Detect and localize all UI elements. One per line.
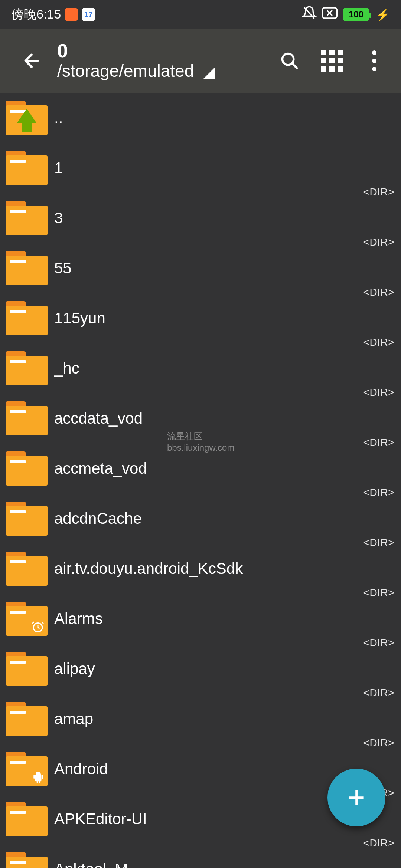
folder-icon <box>6 752 48 786</box>
list-item[interactable]: .. <box>0 93 401 143</box>
list-item[interactable]: alipay<DIR> <box>0 644 401 694</box>
folder-icon <box>6 652 48 686</box>
list-item[interactable]: 55<DIR> <box>0 243 401 293</box>
status-app-icon-1 <box>65 8 78 21</box>
close-box-icon <box>322 7 338 22</box>
item-name: Alarms <box>48 610 394 628</box>
folder-icon <box>6 251 48 285</box>
add-fab[interactable]: + <box>327 769 385 826</box>
back-button[interactable] <box>15 44 48 78</box>
list-item[interactable]: air.tv.douyu.android_KcSdk<DIR> <box>0 543 401 594</box>
list-item[interactable]: 3<DIR> <box>0 193 401 243</box>
folder-icon <box>6 401 48 435</box>
status-left: 傍晚6:15 17 <box>11 6 95 23</box>
item-name: accdata_vod <box>48 410 394 427</box>
status-time: 傍晚6:15 <box>11 6 61 23</box>
current-path: /storage/emulated <box>57 61 194 81</box>
search-button[interactable] <box>276 47 303 74</box>
item-name: 3 <box>48 209 394 227</box>
android-icon <box>32 770 45 784</box>
list-item[interactable]: Apktool_M <box>0 844 401 868</box>
item-name: amap <box>48 710 394 728</box>
file-list[interactable]: ..1<DIR>3<DIR>55<DIR>115yun<DIR>_hc<DIR>… <box>0 93 401 868</box>
current-folder-name: 0 <box>57 41 276 61</box>
list-item[interactable]: 1<DIR> <box>0 143 401 193</box>
item-name: 1 <box>48 159 394 177</box>
list-item[interactable]: _hc<DIR> <box>0 343 401 393</box>
charging-icon: ⚡ <box>376 8 390 21</box>
folder-icon <box>6 852 48 868</box>
clock-icon <box>31 620 45 634</box>
item-name: 115yun <box>48 309 394 327</box>
status-bar: 傍晚6:15 17 100 ⚡ <box>0 0 401 29</box>
status-right: 100 ⚡ <box>302 6 390 23</box>
item-name: .. <box>48 109 394 127</box>
list-item[interactable]: accmeta_vod<DIR> <box>0 443 401 493</box>
folder-icon <box>6 151 48 185</box>
mute-icon <box>302 6 317 23</box>
more-vert-icon <box>372 50 376 71</box>
folder-icon <box>6 702 48 736</box>
up-arrow-icon <box>17 109 36 123</box>
item-name: air.tv.douyu.android_KcSdk <box>48 560 394 578</box>
svg-rect-4 <box>42 775 43 779</box>
item-name: accmeta_vod <box>48 460 394 477</box>
list-item[interactable]: Alarms<DIR> <box>0 594 401 644</box>
folder-icon <box>6 802 48 836</box>
list-item[interactable]: adcdnCache<DIR> <box>0 493 401 543</box>
path-dropdown-icon[interactable] <box>203 68 215 79</box>
title-block[interactable]: 0 /storage/emulated <box>48 41 276 81</box>
more-menu-button[interactable] <box>361 47 388 74</box>
app-bar: 0 /storage/emulated <box>0 29 401 93</box>
folder-icon <box>6 301 48 335</box>
item-name: 55 <box>48 259 394 277</box>
grid-view-button[interactable] <box>319 47 345 74</box>
svg-rect-3 <box>33 775 35 779</box>
list-item[interactable]: 115yun<DIR> <box>0 293 401 343</box>
folder-icon <box>6 201 48 235</box>
folder-icon <box>6 552 48 586</box>
grid-icon <box>321 50 343 72</box>
folder-icon <box>6 351 48 385</box>
item-name: Apktool_M <box>48 860 394 868</box>
item-name: alipay <box>48 660 394 678</box>
list-item[interactable]: amap<DIR> <box>0 694 401 744</box>
status-calendar-icon: 17 <box>82 8 95 21</box>
plus-icon: + <box>348 780 365 815</box>
list-item[interactable]: accdata_vod<DIR> <box>0 393 401 443</box>
folder-icon <box>6 451 48 486</box>
item-name: _hc <box>48 359 394 377</box>
battery-icon: 100 <box>343 8 369 21</box>
item-name: adcdnCache <box>48 510 394 527</box>
folder-icon <box>6 101 48 135</box>
folder-icon <box>6 602 48 636</box>
folder-icon <box>6 502 48 536</box>
